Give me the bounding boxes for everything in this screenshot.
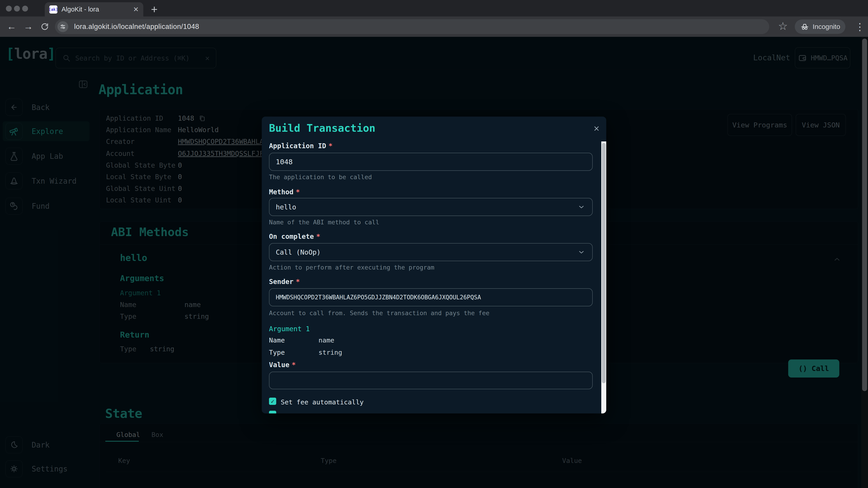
modal-scrollbar[interactable] [601,141,606,414]
site-info-icon[interactable] [57,21,68,32]
browser-tab[interactable]: [ak] AlgoKit - lora ✕ [45,2,143,17]
bookmark-star-icon[interactable]: ☆ [778,20,788,32]
incognito-badge: Incognito [795,20,845,34]
tab-title: AlgoKit - lora [61,6,133,13]
chevron-down-icon [577,202,586,212]
sender-label: Sender* [269,278,300,286]
argument-title: Argument 1 [269,325,310,333]
page-scrollbar-thumb[interactable] [862,39,867,391]
browser-tab-strip: [ak] AlgoKit - lora ✕ + [0,0,868,17]
reload-icon[interactable] [40,22,50,32]
traffic-light-minimize[interactable] [14,6,20,11]
back-icon[interactable]: ← [7,21,16,32]
on-complete-label: On complete* [269,232,320,240]
modal-scrollbar-thumb[interactable] [602,143,606,383]
traffic-light-zoom[interactable] [22,6,28,11]
tab-close-icon[interactable]: ✕ [133,6,139,13]
screen: [ak] AlgoKit - lora ✕ + ← → lora.algokit… [0,0,868,488]
method-helper: Name of the ABI method to call [269,219,379,226]
tab-favicon: [ak] [49,5,57,13]
on-complete-helper: Action to perform after executing the pr… [269,264,434,271]
on-complete-select[interactable]: Call (NoOp) [269,243,593,261]
dialog-title: Build Transaction [269,122,375,134]
app-id-input[interactable] [269,153,593,171]
url-text[interactable]: lora.algokit.io/localnet/application/104… [74,23,199,31]
sender-input[interactable] [269,288,593,306]
forward-icon[interactable]: → [24,21,33,32]
argument-name-row: Namename [269,336,285,344]
sender-helper: Account to call from. Sends the transact… [269,310,489,317]
value-input[interactable] [269,372,593,389]
page-scrollbar[interactable] [861,37,868,488]
traffic-light-close[interactable] [6,6,12,11]
url-bar[interactable]: lora.algokit.io/localnet/application/104… [55,19,769,34]
app-id-label: Application ID* [269,142,333,150]
build-transaction-dialog: Build Transaction Application ID* The ap… [262,117,606,414]
fee-checkbox[interactable]: ✓ [269,398,276,405]
method-label: Method* [269,188,300,196]
incognito-icon [800,22,809,31]
app-id-helper: The application to be called [269,173,372,181]
browser-menu-icon[interactable]: ⋮ [855,21,865,33]
clipped-checkbox[interactable] [269,411,276,414]
new-tab-icon[interactable]: + [151,3,158,16]
method-select[interactable]: hello [269,198,593,216]
incognito-label: Incognito [813,23,840,31]
chevron-down-icon [577,248,586,257]
lora-app: [lora] ✕ LocalNet HMWD…PQSA [0,37,868,488]
fee-checkbox-label[interactable]: Set fee automatically [281,398,364,406]
dialog-close-icon[interactable] [592,124,601,133]
value-label: Value* [269,361,296,369]
argument-type-row: Typestring [269,349,285,356]
browser-toolbar: ← → lora.algokit.io/localnet/application… [0,17,868,37]
